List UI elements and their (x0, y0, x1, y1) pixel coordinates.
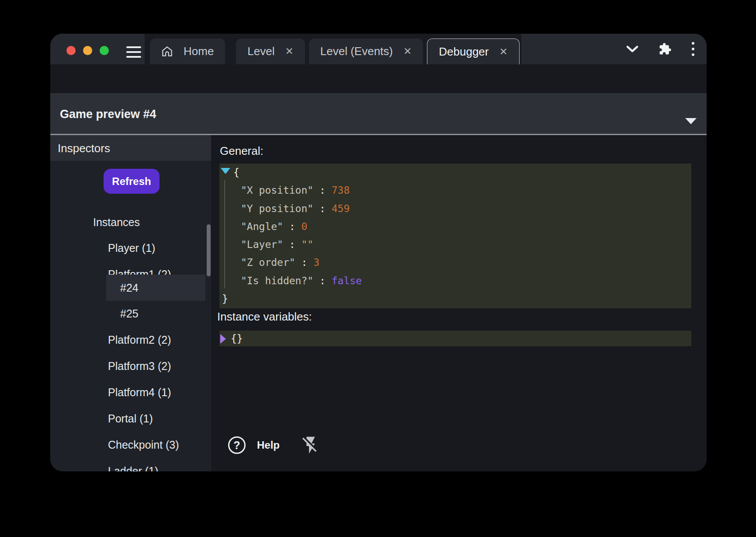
close-window-button[interactable] (66, 46, 76, 55)
sidebar-scrollbar-thumb[interactable] (207, 224, 211, 276)
debugger-toolbar: Pause (50, 64, 707, 93)
main-menu-icon[interactable] (126, 46, 141, 58)
inspectors-header: Inspectors (50, 135, 211, 161)
tree-item-platform3[interactable]: Platform3 (2) (108, 353, 171, 379)
tab-debugger[interactable]: Debugger ✕ (427, 38, 519, 64)
home-icon (161, 45, 173, 57)
instance-variables-json: {} (219, 331, 691, 346)
flash-off-icon[interactable] (301, 435, 321, 455)
expand-triangle-icon[interactable] (220, 334, 226, 344)
refresh-button[interactable]: Refresh (104, 169, 160, 194)
minimize-window-button[interactable] (83, 46, 92, 55)
tree-item-player[interactable]: Player (1) (108, 235, 155, 261)
tab-bar: Home Level ✕ Level (Events) ✕ Debugger ✕ (50, 34, 707, 64)
tree-item-instances[interactable]: Instances (93, 209, 140, 235)
json-property-row: "Is hidden?" : false (219, 272, 691, 290)
tab-level[interactable]: Level ✕ (236, 38, 305, 64)
close-icon[interactable]: ✕ (285, 46, 294, 56)
general-properties-json: { "X position" : 738 "Y position" : 459 … (219, 164, 691, 308)
tab-label: Home (184, 45, 214, 58)
tab-strip: Home Level ✕ Level (Events) ✕ Debugger ✕ (145, 34, 523, 64)
json-property-row: "Y position" : 459 (219, 200, 691, 218)
collapse-triangle-icon[interactable] (221, 168, 230, 174)
close-icon[interactable]: ✕ (499, 47, 507, 57)
game-preview-title: Game preview #4 (60, 93, 156, 134)
json-property-row: "X position" : 738 (219, 181, 691, 199)
game-preview-selector[interactable]: Game preview #4 (50, 93, 707, 134)
tree-item-platform2[interactable]: Platform2 (2) (108, 327, 171, 353)
json-property-row: "Layer" : "" (219, 236, 691, 254)
screen-background: Home Level ✕ Level (Events) ✕ Debugger ✕ (0, 0, 756, 537)
json-property-row: "Angle" : 0 (219, 218, 691, 236)
window-controls (50, 34, 145, 64)
close-icon[interactable]: ✕ (403, 46, 412, 56)
maximize-window-button[interactable] (100, 46, 109, 55)
tree-item-instance-25[interactable]: #25 (120, 300, 139, 327)
general-section-label: General: (220, 144, 264, 158)
more-options-kebab-icon[interactable] (692, 42, 694, 56)
extensions-puzzle-icon[interactable] (659, 42, 672, 56)
tree-item-portal[interactable]: Portal (1) (108, 405, 153, 432)
tree-item-instance-24[interactable]: #24 (106, 275, 205, 301)
tree-item-platform4[interactable]: Platform4 (1) (108, 379, 171, 405)
json-property-row: "Z order" : 3 (219, 254, 691, 272)
chevron-down-icon[interactable] (626, 45, 638, 53)
debugger-content: Inspectors Refresh Instances Player (1) … (50, 135, 707, 471)
instance-variables-label: Instance variables: (217, 310, 312, 324)
inspector-detail-panel: General: { "X position" : 738 "Y positio… (211, 135, 707, 471)
tab-label: Level (Events) (320, 45, 393, 58)
tree-item-checkpoint[interactable]: Checkpoint (3) (108, 432, 179, 458)
help-icon[interactable]: ? (228, 436, 246, 454)
app-window: Home Level ✕ Level (Events) ✕ Debugger ✕ (50, 34, 707, 471)
tab-level-events[interactable]: Level (Events) ✕ (309, 38, 423, 64)
top-right-actions (521, 34, 707, 64)
tab-label: Debugger (439, 45, 489, 59)
json-open-line: { (219, 164, 691, 181)
dropdown-caret-icon (685, 118, 697, 124)
help-row: ? Help (211, 431, 321, 460)
help-label: Help (257, 439, 280, 451)
inspectors-sidebar: Inspectors Refresh Instances Player (1) … (50, 135, 211, 471)
json-collapsed-line: {} (219, 331, 691, 346)
tree-item-ladder[interactable]: Ladder (1) (108, 458, 158, 471)
json-close-line: } (219, 290, 691, 308)
tab-label: Level (247, 45, 274, 58)
tab-home[interactable]: Home (150, 38, 225, 64)
